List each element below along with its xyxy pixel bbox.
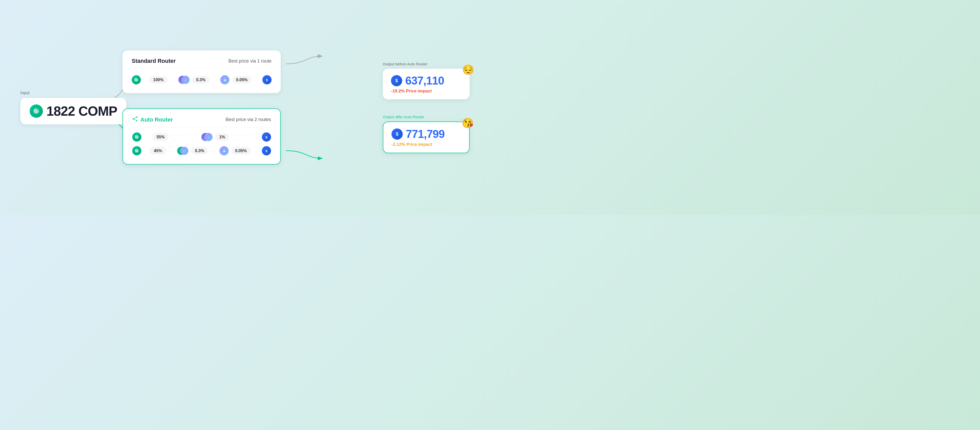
usdc-icon-auto-1: $ [262,132,271,142]
dots-auto-2: · · · · · · · · · · · · [171,133,199,141]
svg-line-8 [134,119,136,121]
dots-auto-3: · · · · · · · · · · · · [232,133,259,141]
svg-point-6 [136,120,138,121]
input-section: Input 1822 COMP [21,91,126,124]
usdc-icon-output-before: $ [391,75,402,86]
dots-1: · · · [143,74,146,86]
output-before-group: Output before Auto Router 😔 $ 637,110 -1… [383,62,469,99]
auto-router-subtitle: Best price via 2 routes [226,117,271,122]
dots-auto-6: · · · · · [211,145,217,157]
auto-router-title: Auto Router [132,116,173,123]
auto-route-row-2: · · · 45% · · · · · ◈ ◇ 0.3% · · · · · ◈… [132,145,271,157]
input-label: Input [21,91,30,95]
output-before-amount-row: $ 637,110 [391,74,461,87]
auto-percent-1: 55% [152,133,169,141]
svg-point-3 [136,79,137,80]
pool-icon-auto-1: ◈ ◇ [201,132,213,142]
auto-percent-2: 45% [150,147,166,155]
auto-router-card: Auto Router Best price via 2 routes · · … [123,108,281,165]
comp-icon-auto-1 [132,132,142,142]
auto-fee-2b: 0.05% [231,147,251,155]
sad-emoji: 😔 [462,64,474,75]
share-icon [132,116,138,123]
pool-icon-auto-2: ◈ ◇ [177,146,188,156]
standard-router-header: Standard Router Best price via 1 route [132,58,272,69]
pool-icon-auto-3: ◈ [220,146,229,156]
output-after-group: Output after Auto Router 😘 $ 771,799 -2.… [383,115,469,153]
routers-section: Standard Router Best price via 1 route ·… [123,51,281,165]
auto-router-title-text: Auto Router [140,116,173,123]
standard-route-row: · · · 100% · · · · · ◈ ◇ 0.3% · · · · · … [132,74,272,86]
dots-3: · · · · · [212,74,218,86]
comp-icon-auto-2 [132,146,142,156]
standard-fee2: 0.05% [232,76,251,84]
output-after-amount: 771,799 [406,128,445,140]
dots-auto-7: · · · · · [253,145,259,157]
svg-point-10 [136,136,137,137]
usdc-icon-output-after: $ [391,129,403,140]
output-after-amount-row: $ 771,799 [391,128,461,140]
kiss-emoji: 😘 [462,118,474,129]
auto-router-header: Auto Router Best price via 2 routes [132,116,271,127]
usdc-icon-standard: $ [262,75,272,84]
auto-route-row-1: · · · 55% · · · · · · · · · · · · ◈ ◇ 1%… [132,132,271,142]
svg-point-12 [136,150,137,151]
main-container: Input 1822 COMP Standard Router Best pri… [0,0,490,215]
output-after-label: Output after Auto Router [383,115,425,119]
price-impact-after: -2.12% Price impact [391,142,432,147]
dots-auto-5: · · · · · [169,145,175,157]
price-impact-before: -19.2% Price impact [391,89,432,94]
standard-percent: 100% [149,76,168,84]
standard-router-card: Standard Router Best price via 1 route ·… [123,51,281,93]
output-before-amount: 637,110 [405,74,444,87]
output-before-label: Output before Auto Router [383,62,428,66]
dots-4: · · · · · [254,74,260,86]
input-box: 1822 COMP [21,98,126,124]
dots-auto-4: · · · [144,145,147,157]
pool-icon-2: ◇ [181,76,189,84]
comp-icon [30,104,43,118]
svg-line-7 [134,118,136,119]
svg-point-5 [133,118,134,119]
comp-token-icon [132,75,141,84]
standard-router-title: Standard Router [132,58,176,64]
standard-fee1: 0.3% [192,76,210,84]
pool-icon-double: ◈ ◇ [178,75,189,84]
usdc-icon-auto-2: $ [262,146,271,156]
input-amount: 1822 COMP [46,104,117,119]
outputs-section: Output before Auto Router 😔 $ 637,110 -1… [383,62,469,153]
auto-fee-1: 1% [215,133,229,141]
output-before-box: 😔 $ 637,110 -19.2% Price impact [383,69,469,99]
standard-router-subtitle: Best price via 1 route [228,58,272,64]
svg-point-4 [136,116,138,118]
pool-p2: ◇ [204,133,213,141]
output-after-box: 😘 $ 771,799 -2.12% Price impact [383,121,469,153]
pool-p4: ◇ [180,147,188,155]
dots-2: · · · · · [170,74,176,86]
dots-auto-1: · · · [144,133,150,141]
svg-point-1 [35,110,37,111]
pool-icon-3: ◈ [220,75,229,84]
auto-fee-2a: 0.3% [191,147,208,155]
